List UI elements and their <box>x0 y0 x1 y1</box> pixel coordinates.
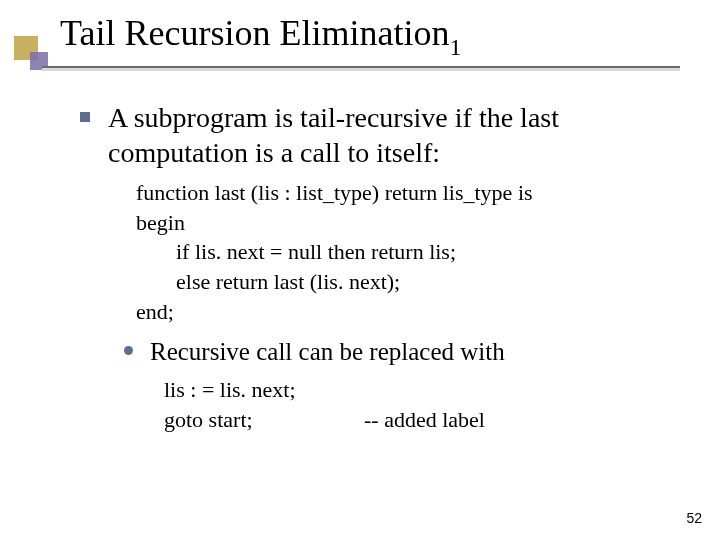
title-subscript: 1 <box>449 34 461 60</box>
bullet-level2-text: Recursive call can be replaced with <box>150 338 505 365</box>
title-text: Tail Recursion Elimination <box>60 13 449 53</box>
title-underline <box>42 66 680 72</box>
code-line: goto start; <box>164 405 364 435</box>
square-bullet-icon <box>80 112 90 122</box>
bullet-level2: Recursive call can be replaced with <box>124 336 660 369</box>
code-line: else return last (lis. next); <box>136 267 660 297</box>
slide-title: Tail Recursion Elimination1 <box>60 12 680 56</box>
code-block-2: lis : = lis. next; goto start; -- added … <box>164 375 660 434</box>
code-line: begin <box>136 208 660 238</box>
page-number: 52 <box>686 510 702 526</box>
code-line: end; <box>136 297 660 327</box>
slide-body: A subprogram is tail-recursive if the la… <box>80 100 660 434</box>
code-line: lis : = lis. next; <box>164 375 660 405</box>
round-bullet-icon <box>124 346 133 355</box>
bullet-level1-text: A subprogram is tail-recursive if the la… <box>108 102 559 168</box>
code-line: function last (lis : list_type) return l… <box>136 178 660 208</box>
code-line: if lis. next = null then return lis; <box>136 237 660 267</box>
slide: Tail Recursion Elimination1 A subprogram… <box>0 0 720 540</box>
code-line-row: goto start; -- added label <box>164 405 660 435</box>
underline-light <box>42 68 680 71</box>
code-block-1: function last (lis : list_type) return l… <box>136 178 660 326</box>
code-comment: -- added label <box>364 405 485 435</box>
bullet-level1: A subprogram is tail-recursive if the la… <box>80 100 660 170</box>
